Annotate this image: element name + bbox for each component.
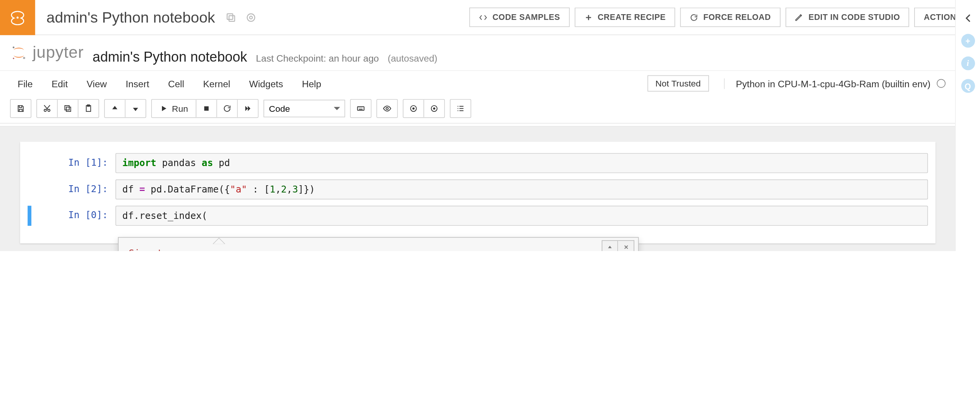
checkpoint-text: Last Checkpoint: an hour ago <box>256 52 379 63</box>
move-down-button[interactable] <box>126 99 145 117</box>
svg-rect-11 <box>65 105 69 109</box>
notebook-sheet: In [1]:import pandas as pdIn [2]:df = pd… <box>20 142 935 243</box>
jupyter-menu: FileEditViewInsertCellKernelWidgetsHelp … <box>0 70 956 96</box>
app-actions: CODE SAMPLES CREATE RECIPE FORCE RELOAD … <box>469 8 980 27</box>
edit-code-studio-button[interactable]: EDIT IN CODE STUDIO <box>785 8 909 27</box>
edit-studio-label: EDIT IN CODE STUDIO <box>808 13 900 22</box>
jupyter-toolbar: Run Code <box>0 96 956 123</box>
cell-input[interactable]: df.reset_index( <box>116 206 928 225</box>
paste-button[interactable] <box>78 99 98 117</box>
cell-input[interactable]: df = pd.DataFrame({"a" : [1,2,3]}) <box>116 179 928 199</box>
cell-input[interactable]: import pandas as pd <box>116 153 928 173</box>
cell-prompt: In [0]: <box>28 206 115 225</box>
create-recipe-button[interactable]: CREATE RECIPE <box>575 8 675 27</box>
svg-point-5 <box>13 46 15 48</box>
menu-insert[interactable]: Insert <box>118 74 157 93</box>
notebook-area: In [1]:import pandas as pdIn [2]:df = pd… <box>0 126 956 251</box>
svg-point-18 <box>413 108 414 109</box>
jupyter-logo-icon <box>10 44 28 61</box>
menu-widgets[interactable]: Widgets <box>242 74 291 93</box>
kernel-name-text: Python in CPU-M-1-cpu-4Gb-Ram (builtin e… <box>736 78 930 89</box>
rail-add-icon[interactable]: + <box>961 34 975 48</box>
code-cell[interactable]: In [2]:df = pd.DataFrame({"a" : [1,2,3]}… <box>28 179 928 199</box>
svg-point-6 <box>23 57 25 59</box>
svg-point-8 <box>44 109 46 111</box>
svg-rect-1 <box>229 15 235 21</box>
svg-point-0 <box>16 16 18 18</box>
svg-point-16 <box>386 107 388 109</box>
code-cell[interactable]: In [1]:import pandas as pd <box>28 153 928 173</box>
run-label: Run <box>172 103 188 113</box>
force-reload-label: FORCE RELOAD <box>703 13 771 22</box>
cell-prompt: In [1]: <box>28 153 115 173</box>
menu-cell[interactable]: Cell <box>160 74 192 93</box>
kernel-idle-icon <box>937 79 946 88</box>
svg-rect-10 <box>66 107 70 111</box>
cut-button[interactable] <box>37 99 58 117</box>
menu-view[interactable]: View <box>79 74 114 93</box>
rail-chat-icon[interactable]: Q <box>961 79 975 93</box>
menu-help[interactable]: Help <box>294 74 329 93</box>
app-logo-icon <box>0 0 35 35</box>
save-button[interactable] <box>11 99 31 117</box>
autosave-text: (autosaved) <box>388 52 438 63</box>
command-palette-button[interactable] <box>450 99 470 117</box>
trust-badge[interactable]: Not Trusted <box>647 75 709 92</box>
cell-type-select[interactable]: Code <box>263 99 345 117</box>
code-samples-label: CODE SAMPLES <box>492 13 560 22</box>
svg-point-9 <box>48 109 50 111</box>
pager-expand-button[interactable] <box>602 240 618 251</box>
cell-type-dropdown[interactable]: Code <box>263 99 345 117</box>
preview-icon[interactable] <box>377 99 397 117</box>
restart-run-all-button[interactable] <box>238 99 258 117</box>
svg-point-7 <box>13 57 15 59</box>
app-bar: admin's Python notebook CODE SAMPLES CRE… <box>0 0 980 35</box>
restart-button[interactable] <box>217 99 238 117</box>
copy-cell-button[interactable] <box>58 99 78 117</box>
target-icon[interactable] <box>245 11 256 23</box>
svg-rect-2 <box>227 13 233 19</box>
menu-kernel[interactable]: Kernel <box>196 74 238 93</box>
svg-point-4 <box>250 16 252 18</box>
page-title: admin's Python notebook <box>46 8 215 26</box>
interrupt-button[interactable] <box>196 99 217 117</box>
cell-prompt: In [2]: <box>28 179 115 199</box>
code-cell[interactable]: In [0]:df.reset_index( <box>28 206 928 225</box>
keyboard-icon[interactable] <box>351 99 371 117</box>
svg-point-20 <box>433 108 435 109</box>
jupyter-logo[interactable]: jupyter <box>10 42 84 62</box>
create-recipe-label: CREATE RECIPE <box>598 13 666 22</box>
jupyter-logo-text: jupyter <box>33 42 84 62</box>
menu-edit[interactable]: Edit <box>44 74 75 93</box>
move-up-button[interactable] <box>105 99 126 117</box>
jupyter-header: jupyter admin's Python notebook Last Che… <box>0 35 956 126</box>
svg-point-3 <box>247 13 255 21</box>
copy-icon[interactable] <box>225 11 237 23</box>
svg-rect-15 <box>357 106 364 110</box>
code-samples-button[interactable]: CODE SAMPLES <box>469 8 570 27</box>
run-button[interactable]: Run <box>152 99 196 117</box>
docstring-pager: Signature: df.reset_index( level: 'Hasha… <box>118 237 639 251</box>
back-arrow-icon[interactable] <box>961 11 975 25</box>
right-rail: + i Q <box>955 0 980 251</box>
variable-inspector-b-button[interactable] <box>424 99 444 117</box>
force-reload-button[interactable]: FORCE RELOAD <box>680 8 781 27</box>
pager-close-button[interactable] <box>618 240 634 251</box>
rail-info-icon[interactable]: i <box>961 57 975 70</box>
variable-inspector-a-button[interactable] <box>403 99 424 117</box>
svg-rect-14 <box>204 106 208 110</box>
kernel-indicator[interactable]: Python in CPU-M-1-cpu-4Gb-Ram (builtin e… <box>724 78 946 89</box>
menu-file[interactable]: File <box>10 74 40 93</box>
notebook-title[interactable]: admin's Python notebook <box>93 49 247 65</box>
